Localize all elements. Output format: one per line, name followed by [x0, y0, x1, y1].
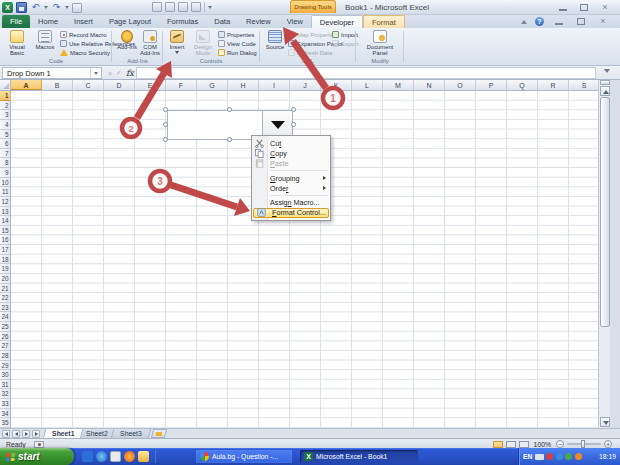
selection-handle-nw[interactable] [163, 107, 168, 112]
row-header-6[interactable]: 6 [0, 139, 10, 149]
minimize-icon[interactable] [559, 5, 567, 11]
column-header-o[interactable]: O [445, 80, 476, 90]
column-header-l[interactable]: L [352, 80, 383, 90]
row-header-15[interactable]: 15 [0, 226, 10, 236]
workbook-minimize-icon[interactable] [555, 19, 563, 25]
row-header-24[interactable]: 24 [0, 312, 10, 322]
help-icon[interactable]: ? [535, 17, 544, 26]
page-layout-view-button[interactable] [506, 441, 516, 448]
undo-dropdown-icon[interactable] [44, 6, 48, 9]
tray-icon-green[interactable] [565, 453, 572, 460]
vertical-scroll-thumb[interactable] [600, 97, 610, 327]
tab-developer[interactable]: Developer [311, 15, 363, 28]
row-header-9[interactable]: 9 [0, 168, 10, 178]
selection-handle-w[interactable] [163, 122, 168, 127]
row-header-12[interactable]: 12 [0, 197, 10, 207]
properties-button[interactable]: Properties [218, 31, 257, 38]
collapse-ribbon-icon[interactable] [521, 20, 527, 24]
column-header-h[interactable]: H [228, 80, 259, 90]
zoom-level-label[interactable]: 100% [534, 441, 551, 448]
tray-icon-blue[interactable] [556, 453, 563, 460]
com-add-ins-button[interactable]: COM Add-Ins [137, 30, 163, 57]
row-header-31[interactable]: 31 [0, 380, 10, 390]
quicklaunch-icon-1[interactable] [82, 451, 93, 462]
maximize-icon[interactable] [580, 4, 588, 11]
column-header-j[interactable]: J [290, 80, 321, 90]
internet-explorer-icon[interactable] [96, 451, 107, 462]
column-header-q[interactable]: Q [507, 80, 538, 90]
selection-handle-n[interactable] [227, 107, 232, 112]
column-header-g[interactable]: G [197, 80, 228, 90]
row-header-25[interactable]: 25 [0, 322, 10, 332]
row-header-23[interactable]: 23 [0, 303, 10, 313]
language-indicator[interactable]: EN [523, 453, 532, 460]
tab-view[interactable]: View [279, 15, 311, 28]
design-mode-button[interactable]: Design Mode [190, 30, 216, 57]
tray-icon-orange[interactable] [575, 453, 582, 460]
macro-record-status-icon[interactable] [34, 441, 44, 448]
run-dialog-button[interactable]: Run Dialog [218, 49, 257, 56]
expand-formula-bar-icon[interactable] [604, 69, 610, 73]
tab-home[interactable]: Home [30, 15, 66, 28]
macros-button[interactable]: Macros [32, 30, 58, 57]
qat-icon-4[interactable] [191, 2, 201, 12]
menu-item-paste[interactable]: Paste [252, 159, 330, 169]
sheet-tab-sheet1[interactable]: Sheet1 [43, 429, 84, 439]
column-header-k[interactable]: K [321, 80, 352, 90]
column-header-f[interactable]: F [166, 80, 197, 90]
column-header-b[interactable]: B [42, 80, 73, 90]
row-header-27[interactable]: 27 [0, 341, 10, 351]
tab-page-layout[interactable]: Page Layout [101, 15, 159, 28]
page-break-view-button[interactable] [519, 441, 529, 448]
name-box[interactable]: Drop Down 1 [2, 67, 102, 79]
first-sheet-icon[interactable] [2, 430, 10, 438]
zoom-slider-thumb[interactable] [581, 440, 585, 448]
row-header-5[interactable]: 5 [0, 130, 10, 140]
last-sheet-icon[interactable] [32, 430, 40, 438]
row-header-30[interactable]: 30 [0, 370, 10, 380]
tab-file[interactable]: File [2, 15, 30, 28]
row-header-21[interactable]: 21 [0, 284, 10, 294]
scroll-down-icon[interactable] [600, 417, 610, 427]
menu-item-grouping[interactable]: Grouping [252, 173, 330, 183]
selection-handle-s[interactable] [227, 137, 232, 142]
zoom-out-button[interactable]: − [556, 440, 564, 448]
row-header-17[interactable]: 17 [0, 245, 10, 255]
clock[interactable]: 18:19 [599, 453, 616, 460]
zoom-slider[interactable] [567, 443, 601, 445]
qat-icon-3[interactable] [178, 2, 188, 12]
menu-item-copy[interactable]: Copy [252, 148, 330, 158]
row-header-29[interactable]: 29 [0, 361, 10, 371]
row-header-33[interactable]: 33 [0, 399, 10, 409]
firefox-icon[interactable] [124, 451, 135, 462]
select-all-corner[interactable] [0, 80, 11, 91]
row-header-26[interactable]: 26 [0, 332, 10, 342]
visual-basic-button[interactable]: Visual Basic [4, 30, 30, 57]
prev-sheet-icon[interactable] [12, 430, 20, 438]
row-header-34[interactable]: 34 [0, 409, 10, 419]
refresh-data-button[interactable]: Refresh Data [288, 49, 343, 56]
menu-item-order[interactable]: Order [252, 183, 330, 193]
menu-item-assign-macro[interactable]: Assign Macro... [252, 197, 330, 207]
row-header-8[interactable]: 8 [0, 158, 10, 168]
column-header-s[interactable]: S [569, 80, 598, 90]
menu-item-format-control[interactable]: Format Control... [253, 208, 329, 218]
row-header-14[interactable]: 14 [0, 216, 10, 226]
row-header-13[interactable]: 13 [0, 207, 10, 217]
name-box-dropdown-icon[interactable] [90, 68, 101, 78]
workbook-close-icon[interactable]: × [596, 17, 610, 26]
column-header-e[interactable]: E [135, 80, 166, 90]
row-header-28[interactable]: 28 [0, 351, 10, 361]
scroll-up-icon[interactable] [600, 86, 610, 96]
next-sheet-icon[interactable] [22, 430, 30, 438]
view-code-button[interactable]: View Code [218, 40, 257, 47]
column-header-c[interactable]: C [73, 80, 104, 90]
insert-worksheet-button[interactable] [151, 429, 167, 438]
menu-item-cut[interactable]: Cut [252, 138, 330, 148]
insert-function-button[interactable]: fx [126, 68, 134, 78]
column-header-a[interactable]: A [11, 80, 42, 90]
selection-handle-ne[interactable] [291, 107, 296, 112]
scrollbar-split-handle[interactable] [600, 80, 610, 85]
task-button-1[interactable]: Aula.bg - Question -... [196, 450, 292, 463]
redo-dropdown-icon[interactable] [65, 6, 69, 9]
